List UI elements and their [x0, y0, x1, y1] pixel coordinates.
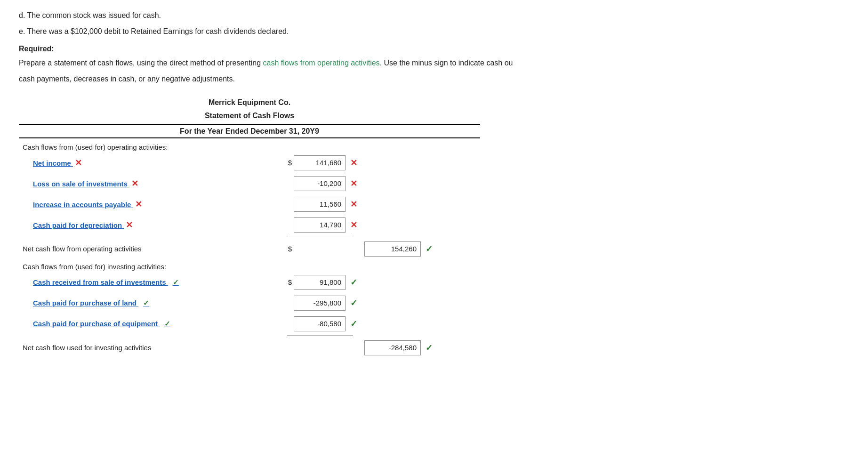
purchase-land-row: Cash paid for purchase of land ✓ -295,80… — [19, 294, 480, 312]
loss-investments-status: ✕ — [350, 178, 357, 189]
statement-header: Merrick Equipment Co. Statement of Cash … — [19, 96, 480, 138]
required-label: Required: — [19, 45, 849, 53]
net-income-row: Net income ✕ $ 141,680 ✕ — [19, 154, 480, 172]
purchase-equipment-checkmark: ✓ — [164, 320, 170, 328]
net-investing-status: ✓ — [426, 343, 433, 353]
cash-sale-investments-label: Cash received from sale of investments ✓ — [19, 278, 282, 287]
net-income-label: Net income ✕ — [19, 158, 282, 168]
purchase-land-checkmark: ✓ — [143, 299, 149, 307]
loss-investments-row: Loss on sale of investments ✕ -10,200 ✕ — [19, 175, 480, 193]
prepare-highlight: cash flows from operating activities — [263, 59, 380, 67]
investing-underline — [287, 336, 353, 336]
accounts-payable-xmark: ✕ — [135, 199, 142, 209]
cash-sale-investments-dollar: $ — [282, 278, 294, 286]
statement-container: Merrick Equipment Co. Statement of Cash … — [19, 96, 480, 357]
investing-section-label: Cash flows from (used for) investing act… — [19, 263, 480, 271]
accounts-payable-input[interactable]: 11,560 — [294, 197, 346, 212]
line-e: e. There was a $102,000 debit to Retaine… — [19, 25, 849, 38]
operating-section: Cash flows from (used for) operating act… — [19, 143, 480, 258]
accounts-payable-status: ✕ — [350, 199, 357, 209]
prepare-text-1: Prepare a statement of cash flows, using… — [19, 59, 263, 67]
operating-underline — [287, 237, 353, 237]
purchase-land-input[interactable]: -295,800 — [294, 296, 346, 311]
statement-period: For the Year Ended December 31, 20Y9 — [19, 124, 480, 138]
cash-sale-investments-input[interactable]: 91,800 — [294, 275, 346, 290]
net-operating-status: ✓ — [426, 244, 433, 254]
purchase-land-status: ✓ — [350, 298, 357, 308]
depreciation-status: ✕ — [350, 220, 357, 230]
prepare-text: Prepare a statement of cash flows, using… — [19, 57, 849, 69]
depreciation-row: Cash paid for depreciation ✕ 14,790 ✕ — [19, 216, 480, 234]
net-investing-row: Net cash flow used for investing activit… — [19, 339, 480, 357]
net-operating-label: Net cash flow from operating activities — [19, 245, 282, 253]
line-d: d. The common stock was issued for cash. — [19, 9, 849, 22]
net-operating-dollar: $ — [282, 245, 294, 253]
depreciation-label: Cash paid for depreciation ✕ — [19, 220, 282, 230]
company-name: Merrick Equipment Co. — [19, 96, 480, 109]
accounts-payable-row: Increase in accounts payable ✕ 11,560 ✕ — [19, 195, 480, 213]
loss-investments-input[interactable]: -10,200 — [294, 176, 346, 191]
purchase-land-label: Cash paid for purchase of land ✓ — [19, 299, 282, 307]
investing-section: Cash flows from (used for) investing act… — [19, 263, 480, 357]
purchase-equipment-input[interactable]: -80,580 — [294, 316, 346, 331]
prepare-text-2: . Use the minus sign to indicate cash ou — [380, 59, 513, 67]
prepare-text-3: cash payments, decreases in cash, or any… — [19, 73, 849, 85]
purchase-equipment-status: ✓ — [350, 319, 357, 329]
net-investing-label: Net cash flow used for investing activit… — [19, 344, 282, 352]
statement-title: Statement of Cash Flows — [19, 109, 480, 122]
operating-section-label: Cash flows from (used for) operating act… — [19, 143, 480, 151]
loss-investments-xmark: ✕ — [131, 178, 138, 189]
cash-sale-investments-checkmark: ✓ — [173, 278, 179, 286]
net-operating-row: Net cash flow from operating activities … — [19, 240, 480, 258]
net-income-dollar: $ — [282, 159, 294, 167]
net-income-xmark: ✕ — [75, 158, 82, 168]
purchase-equipment-row: Cash paid for purchase of equipment ✓ -8… — [19, 315, 480, 333]
loss-investments-label: Loss on sale of investments ✕ — [19, 178, 282, 189]
cash-sale-investments-status: ✓ — [350, 277, 357, 288]
net-income-input[interactable]: 141,680 — [294, 155, 346, 170]
accounts-payable-label: Increase in accounts payable ✕ — [19, 199, 282, 209]
depreciation-xmark: ✕ — [126, 220, 133, 230]
net-operating-input[interactable]: 154,260 — [364, 241, 421, 257]
depreciation-input[interactable]: 14,790 — [294, 217, 346, 233]
net-investing-input[interactable]: -284,580 — [364, 340, 421, 355]
net-income-status: ✕ — [350, 158, 357, 168]
cash-sale-investments-row: Cash received from sale of investments ✓… — [19, 273, 480, 291]
purchase-equipment-label: Cash paid for purchase of equipment ✓ — [19, 320, 282, 328]
